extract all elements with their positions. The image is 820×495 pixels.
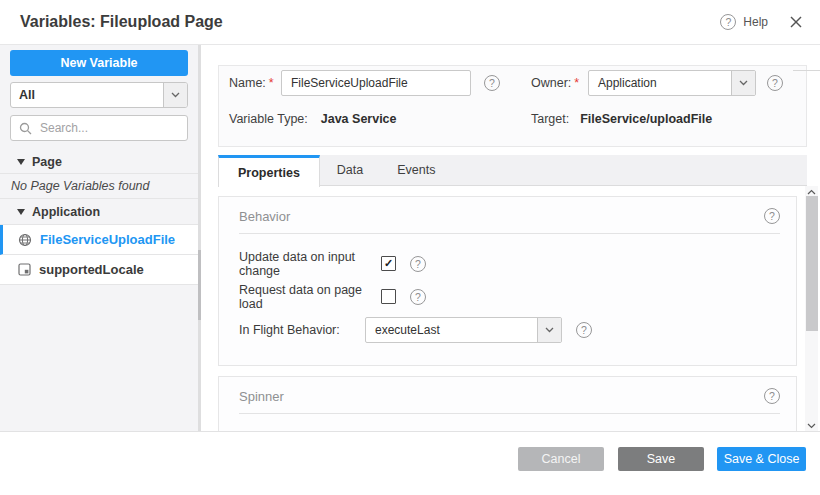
variable-type-label: Variable Type:: [229, 112, 308, 126]
variable-filter-select[interactable]: All: [10, 82, 188, 108]
java-service-variable-icon: [18, 233, 32, 247]
variable-name: FileServiceUploadFile: [40, 232, 175, 247]
variable-item-supportedlocale[interactable]: supportedLocale: [0, 255, 198, 285]
in-flight-selected-value: executeLast: [366, 318, 537, 342]
triangle-down-icon: [17, 209, 25, 215]
save-button[interactable]: Save: [618, 447, 704, 471]
request-data-checkbox[interactable]: [381, 289, 396, 304]
dialog-titlebar: Variables: Fileupload Page ? Help: [0, 0, 820, 45]
request-data-label: Request data on page load: [239, 283, 381, 311]
tab-events[interactable]: Events: [380, 155, 452, 185]
request-data-help-icon[interactable]: ?: [410, 289, 426, 305]
behavior-panel: Behavior ? Update data on input change ✓…: [218, 196, 797, 366]
variable-name: supportedLocale: [39, 262, 144, 277]
divider: [239, 413, 780, 414]
spinner-help-icon[interactable]: ?: [764, 388, 780, 404]
chevron-down-icon[interactable]: [163, 83, 187, 107]
owner-label: Owner:: [531, 76, 571, 90]
chevron-down-icon[interactable]: [731, 71, 755, 95]
variable-item-fileserviceuploadfile[interactable]: FileServiceUploadFile: [0, 225, 198, 255]
sidebar-section-page[interactable]: Page: [0, 150, 198, 174]
name-help-icon[interactable]: ?: [484, 75, 500, 91]
owner-selected-value: Application: [589, 71, 731, 95]
spinner-panel: Spinner ?: [218, 376, 797, 431]
triangle-down-icon: [17, 159, 25, 165]
in-flight-select[interactable]: executeLast: [365, 317, 562, 343]
close-icon[interactable]: [790, 16, 802, 28]
target-value: FileService/uploadFile: [580, 112, 712, 126]
property-row-update-data: Update data on input change ✓ ?: [239, 247, 776, 280]
properties-tabstrip: Properties Data Events: [218, 155, 807, 186]
update-data-label: Update data on input change: [239, 250, 381, 278]
model-variable-icon: [18, 263, 31, 276]
variable-name-input[interactable]: [281, 70, 471, 96]
property-row-request-data: Request data on page load ?: [239, 280, 776, 313]
in-flight-label: In Flight Behavior:: [239, 323, 365, 337]
owner-select[interactable]: Application: [588, 70, 756, 96]
variable-summary-card: Name: * ? Owner: * Application ? Variabl…: [218, 65, 807, 147]
new-variable-button[interactable]: New Variable: [10, 50, 188, 76]
section-label: Application: [32, 205, 100, 219]
content-scrollbar[interactable]: [805, 186, 818, 432]
required-marker: *: [269, 76, 274, 90]
spinner-panel-title: Spinner: [239, 389, 764, 404]
scrollbar-thumb[interactable]: [806, 196, 818, 331]
variables-sidebar: New Variable All Page No Page Variables …: [0, 45, 201, 431]
variable-type-value: Java Service: [321, 112, 397, 126]
filter-selected-value: All: [11, 83, 163, 107]
search-input[interactable]: [38, 120, 179, 136]
no-page-variables-message: No Page Variables found: [0, 174, 198, 199]
behavior-panel-title: Behavior: [239, 209, 764, 224]
chevron-down-icon[interactable]: [537, 318, 561, 342]
update-data-help-icon[interactable]: ?: [410, 256, 426, 272]
save-and-close-button[interactable]: Save & Close: [717, 447, 806, 471]
scroll-down-icon[interactable]: [805, 421, 818, 431]
panel-edge-line: [793, 70, 820, 71]
in-flight-help-icon[interactable]: ?: [576, 322, 592, 338]
tab-properties[interactable]: Properties: [218, 155, 320, 187]
target-label: Target:: [531, 112, 569, 126]
sidebar-section-application[interactable]: Application: [0, 199, 198, 225]
name-label: Name:: [229, 76, 266, 90]
required-marker: *: [574, 76, 579, 90]
variable-search-box[interactable]: [10, 115, 188, 141]
property-row-in-flight: In Flight Behavior: executeLast ?: [239, 313, 776, 346]
dialog-bottom-border: [0, 431, 820, 432]
sidebar-scrollbar-thumb[interactable]: [198, 250, 201, 320]
owner-help-icon[interactable]: ?: [767, 75, 783, 91]
update-data-checkbox[interactable]: ✓: [381, 256, 396, 271]
tab-data[interactable]: Data: [320, 155, 380, 185]
section-label: Page: [32, 155, 62, 169]
behavior-help-icon[interactable]: ?: [764, 208, 780, 224]
search-icon: [19, 122, 32, 135]
help-link[interactable]: Help: [743, 15, 768, 29]
cancel-button[interactable]: Cancel: [518, 447, 604, 471]
page-title: Variables: Fileupload Page: [20, 13, 223, 31]
help-circle-icon[interactable]: ?: [720, 14, 736, 30]
